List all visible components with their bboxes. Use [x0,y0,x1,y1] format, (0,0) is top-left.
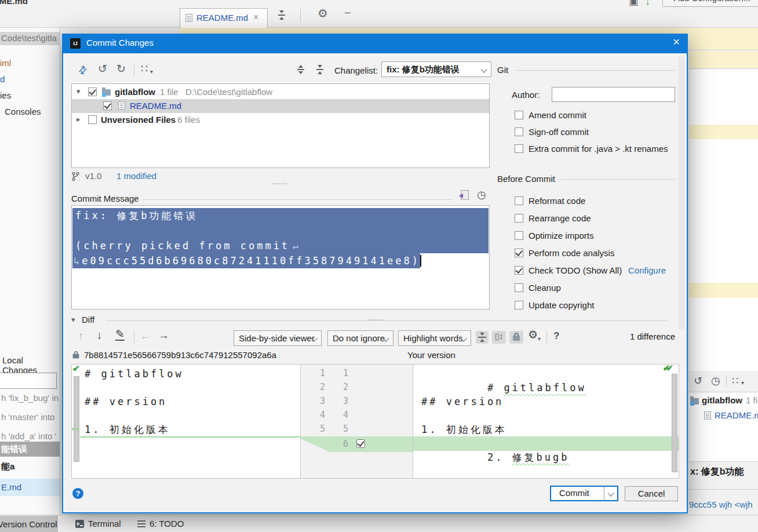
splitter-grip[interactable] [368,319,383,320]
option-reformat-code[interactable]: Reformat code [515,196,671,209]
option-optimize-imports[interactable]: Optimize imports [515,231,671,243]
option-amend-commit[interactable]: Amend commit [515,110,671,123]
configure-link[interactable]: Configure [628,265,666,275]
option-signoff-commit[interactable]: Sign-off commit [515,127,671,140]
diff-help-icon[interactable]: ? [553,330,559,342]
tree-expanded-icon[interactable]: ▾ [76,88,81,95]
modified-link[interactable]: 1 modified [116,171,156,181]
vcs-file-row[interactable]: E.md [0,479,60,496]
project-item-consoles[interactable]: Consoles [5,107,41,116]
option-rearrange-code[interactable]: Rearrange code [515,213,671,226]
vcs-history-row-3[interactable]: h 'add_a' into ' [1,431,56,441]
dialog-titlebar[interactable]: IJ Commit Changes × [62,34,688,53]
toolwindow-todo[interactable]: 6: TODO [150,519,184,529]
checkbox[interactable] [515,127,523,136]
group-by-icon[interactable]: ∷ [732,376,738,386]
edit-source-icon[interactable]: ✎ [115,329,125,341]
collapse-all-icon[interactable] [277,10,286,20]
checkbox[interactable] [515,231,523,240]
checkbox[interactable] [515,266,523,275]
file-checkbox[interactable] [103,101,112,110]
tab-close-icon[interactable]: × [253,12,258,23]
help-button[interactable]: ? [72,488,83,499]
vcs-history-row-1[interactable]: h 'fix_b_bug' in [1,393,59,403]
previous-change-icon[interactable]: ← [140,330,151,342]
author-input[interactable] [552,87,675,102]
option-extra-commit-renames[interactable]: Extra commit for .java > .kt renames [515,144,683,156]
expand-all-icon[interactable] [296,65,305,74]
viewer-mode-dropdown[interactable]: Side-by-side viewer [234,330,322,346]
rollback-icon[interactable]: ↺ [694,376,702,386]
cancel-button[interactable]: Cancel [625,486,678,501]
collapse-unchanged-icon[interactable] [476,331,489,344]
tree-row-root[interactable]: ▾ gitlabflow 1 file D:\Code\test\gitlabf… [72,85,489,99]
commit-button[interactable]: Commit [550,486,618,501]
project-item-iml[interactable]: iml [0,58,11,68]
checkbox[interactable] [515,283,523,292]
diff-collapse-icon[interactable]: ▾ [71,316,75,323]
vcs-history-row-2[interactable]: h 'master' into [1,412,54,422]
splitter-grip[interactable] [272,183,287,184]
next-difference-icon[interactable]: ↓ [97,330,103,341]
sync-scroll-icon[interactable]: ▯↕ [492,331,506,344]
checkbox[interactable] [515,214,523,223]
message-history-icon[interactable]: ◷ [477,190,486,200]
vcs-selected-row[interactable]: 能错误 [0,442,60,457]
option-update-copyright[interactable]: Update copyright [515,300,671,313]
tab-local-changes[interactable]: Local Changes [2,355,60,375]
vcs-filter-input[interactable] [0,373,57,389]
ignore-mode-dropdown[interactable]: Do not ignore [327,330,393,346]
move-to-changelist-icon[interactable]: ⇄ [75,63,90,78]
apply-change-check-icon[interactable]: ✔ [72,363,80,374]
checkbox[interactable] [515,196,523,205]
update-project-icon[interactable]: ↓ [645,0,651,8]
vcs-bold-row[interactable]: 能a [1,461,14,472]
add-configuration-button[interactable]: Add Configuration... [662,0,758,7]
settings-gear-icon[interactable]: ⚙ [318,8,328,19]
paste-commit-message-icon[interactable] [461,190,469,200]
diff-right-pane[interactable]: # gitlabflow ## version 1. 初始化版本 2. 修复bu… [413,364,679,479]
highlight-mode-dropdown[interactable]: Highlight words [398,330,471,346]
tree-collapsed-icon[interactable]: ▸ [76,115,81,123]
toolwindow-terminal[interactable]: Terminal [88,519,121,529]
editor-tab-readme[interactable]: README.md × [180,8,268,28]
vcs-right-commit-author[interactable]: 9ccc55 wjh <wjh [689,500,753,509]
refresh-icon[interactable]: ↻ [116,63,126,74]
toolwindow-version-control[interactable]: Version Control [0,516,58,532]
vcs-right-root[interactable]: gitlabflow [702,395,742,405]
tree-row-file[interactable]: README.md [72,99,489,113]
checkbox[interactable] [515,111,523,119]
history-clock-icon[interactable]: ◷ [711,376,720,386]
commit-options-arrow[interactable] [604,487,617,500]
previous-difference-icon[interactable]: ↑ [78,330,84,342]
apply-all-checks-icon[interactable]: ✔✔ [663,363,669,373]
left-pane-scrollbar[interactable] [74,376,79,462]
vcs-right-file[interactable]: README.m [715,410,758,420]
option-perform-code-analysis[interactable]: Perform code analysis [515,248,671,261]
project-item-md[interactable]: d [0,74,5,84]
next-change-icon[interactable]: → [158,330,169,341]
project-selected-row[interactable]: Code\test\gitla [0,32,60,45]
group-by-icon[interactable]: ∷ [141,63,148,74]
window-icon[interactable]: ▣ [629,0,638,6]
option-cleanup[interactable]: Cleanup [515,283,671,296]
unversioned-checkbox[interactable] [88,115,97,124]
dialog-close-icon[interactable]: × [667,35,686,52]
checkbox[interactable] [515,144,523,153]
checkbox[interactable] [515,301,523,309]
diff-settings-gear-icon[interactable]: ⚙ [528,329,538,340]
tree-row-unversioned[interactable]: ▸ Unversioned Files 6 files [72,113,489,127]
options-scrollbar[interactable] [678,57,685,329]
collapse-all-icon[interactable] [315,65,325,74]
commit-message-editor[interactable]: fix: 修复b功能错误 (cherry picked from commit … [71,205,490,309]
changelist-dropdown[interactable]: fix: 修复b功能错误 [381,61,491,77]
diff-left-pane[interactable]: ✔ # gitlabflow ## version 1. 初始化版本 [71,364,300,479]
root-checkbox[interactable] [88,88,97,96]
rollback-icon[interactable]: ↺ [98,63,107,74]
option-check-todo[interactable]: Check TODO (Show All) Configure [515,265,683,278]
project-item-libraries[interactable]: ies [0,90,11,100]
checkbox[interactable] [515,249,523,257]
hide-panel-icon[interactable]: − [344,7,351,19]
right-pane-scrollbar[interactable] [672,374,677,472]
disable-editing-lock-icon[interactable] [509,331,523,344]
